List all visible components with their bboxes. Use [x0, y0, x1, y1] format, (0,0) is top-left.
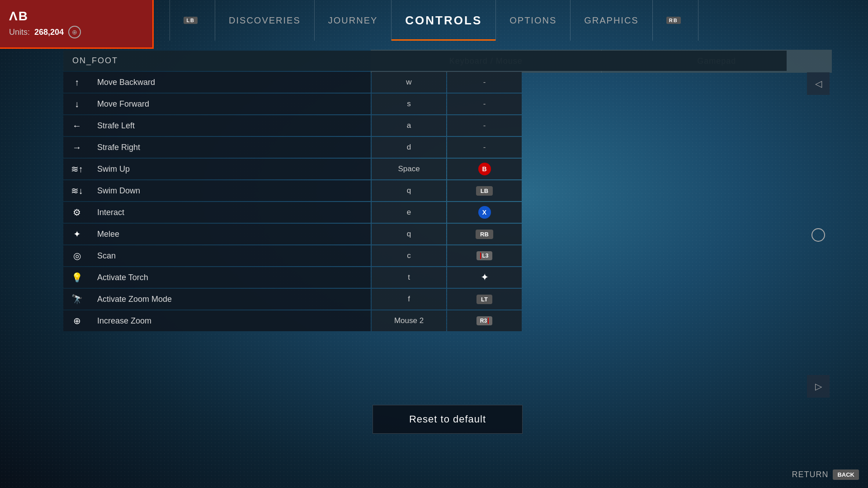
control-icon: ≋↓: [63, 180, 90, 201]
lb-badge: LB: [184, 17, 198, 24]
control-rows-container: ↑ Move Backward w - ↓ Move Forward s - ←…: [63, 72, 787, 331]
return-bar: RETURN BACK: [783, 461, 868, 488]
control-icon: 💡: [63, 267, 90, 288]
control-gamepad[interactable]: -: [447, 115, 522, 136]
control-gamepad[interactable]: LB: [447, 180, 522, 201]
table-row[interactable]: ⊕ Increase Zoom Mouse 2 R3: [63, 310, 787, 331]
scroll-down-button[interactable]: ▷: [807, 375, 830, 398]
control-icon: ✦: [63, 224, 90, 244]
return-label: RETURN: [792, 470, 828, 479]
table-row[interactable]: 🔭 Activate Zoom Mode f LT: [63, 289, 787, 310]
control-key[interactable]: f: [372, 289, 446, 310]
tab-discoveries[interactable]: DISCOVERIES: [215, 0, 315, 41]
control-icon: 🔭: [63, 289, 90, 310]
control-gamepad[interactable]: LT: [447, 289, 522, 310]
control-icon: ↓: [63, 94, 90, 114]
units-label: Units:: [9, 28, 30, 37]
control-gamepad[interactable]: -: [447, 137, 522, 158]
control-name: Strafe Left: [90, 115, 371, 136]
control-gamepad[interactable]: ✦: [447, 267, 522, 288]
control-name: Move Backward: [90, 72, 371, 93]
table-row[interactable]: ← Strafe Left a -: [63, 115, 787, 136]
control-key[interactable]: s: [372, 94, 446, 114]
player-name: ΛB: [9, 9, 143, 23]
tab-journey[interactable]: JOURNEY: [315, 0, 392, 41]
control-key[interactable]: c: [372, 245, 446, 266]
control-key[interactable]: Mouse 2: [372, 310, 446, 331]
control-key[interactable]: q: [372, 180, 446, 201]
reset-button[interactable]: Reset to default: [373, 405, 523, 434]
control-icon: ↑: [63, 72, 90, 93]
scroll-up-button[interactable]: ◁: [807, 72, 830, 95]
section-header: ON_FOOT: [63, 51, 787, 71]
nav-rb-badge: RB: [653, 0, 698, 41]
control-name: Swim Down: [90, 180, 371, 201]
units-icon: ⊕: [68, 26, 81, 38]
control-name: Move Forward: [90, 94, 371, 114]
control-key[interactable]: t: [372, 267, 446, 288]
control-key[interactable]: d: [372, 137, 446, 158]
table-row[interactable]: 💡 Activate Torch t ✦: [63, 267, 787, 288]
tab-controls[interactable]: CONTROLS: [392, 0, 496, 41]
return-badge: BACK: [833, 469, 859, 480]
control-icon: ⚙: [63, 202, 90, 223]
control-gamepad[interactable]: RB: [447, 224, 522, 244]
control-name: Activate Torch: [90, 267, 371, 288]
control-key[interactable]: q: [372, 224, 446, 244]
tab-options[interactable]: OPTIONS: [496, 0, 571, 41]
controls-table: ON_FOOT ↑ Move Backward w - ↓ Move Forwa…: [63, 50, 787, 407]
units-row: Units: 268,204 ⊕: [9, 26, 143, 38]
table-row[interactable]: ✦ Melee q RB: [63, 224, 787, 244]
control-key[interactable]: Space: [372, 159, 446, 179]
control-gamepad[interactable]: R3: [447, 310, 522, 331]
table-row[interactable]: ⚙ Interact e X: [63, 202, 787, 223]
control-name: Melee: [90, 224, 371, 244]
units-value: 268,204: [34, 28, 64, 37]
main-content: Keyboard / Mouse Gamepad ON_FOOT ↑ Move …: [63, 50, 832, 452]
control-icon: ◎: [63, 245, 90, 266]
player-info-panel: ΛB Units: 268,204 ⊕: [0, 0, 154, 49]
table-row[interactable]: ≋↑ Swim Up Space B: [63, 159, 787, 179]
control-name: Increase Zoom: [90, 310, 371, 331]
table-row[interactable]: ≋↓ Swim Down q LB: [63, 180, 787, 201]
control-key[interactable]: w: [372, 72, 446, 93]
control-icon: ⊕: [63, 310, 90, 331]
table-row[interactable]: → Strafe Right d -: [63, 137, 787, 158]
control-gamepad[interactable]: -: [447, 94, 522, 114]
control-name: Swim Up: [90, 159, 371, 179]
control-icon: →: [63, 137, 90, 158]
table-row[interactable]: ↑ Move Backward w -: [63, 72, 787, 93]
tab-graphics[interactable]: GRAPHICS: [571, 0, 652, 41]
scroll-indicator: [811, 228, 825, 242]
control-name: Strafe Right: [90, 137, 371, 158]
control-icon: ≋↑: [63, 159, 90, 179]
table-row[interactable]: ↓ Move Forward s -: [63, 94, 787, 114]
control-gamepad[interactable]: L3: [447, 245, 522, 266]
control-gamepad[interactable]: X: [447, 202, 522, 223]
control-key[interactable]: e: [372, 202, 446, 223]
control-key[interactable]: a: [372, 115, 446, 136]
rb-badge: RB: [666, 17, 681, 24]
table-row[interactable]: ◎ Scan c L3: [63, 245, 787, 266]
control-name: Activate Zoom Mode: [90, 289, 371, 310]
scrollbar-track: ◁ ▷: [805, 72, 832, 398]
control-name: Interact: [90, 202, 371, 223]
control-gamepad[interactable]: -: [447, 72, 522, 93]
nav-lb-badge: LB: [170, 0, 215, 41]
control-icon: ←: [63, 115, 90, 136]
control-gamepad[interactable]: B: [447, 159, 522, 179]
control-name: Scan: [90, 245, 371, 266]
